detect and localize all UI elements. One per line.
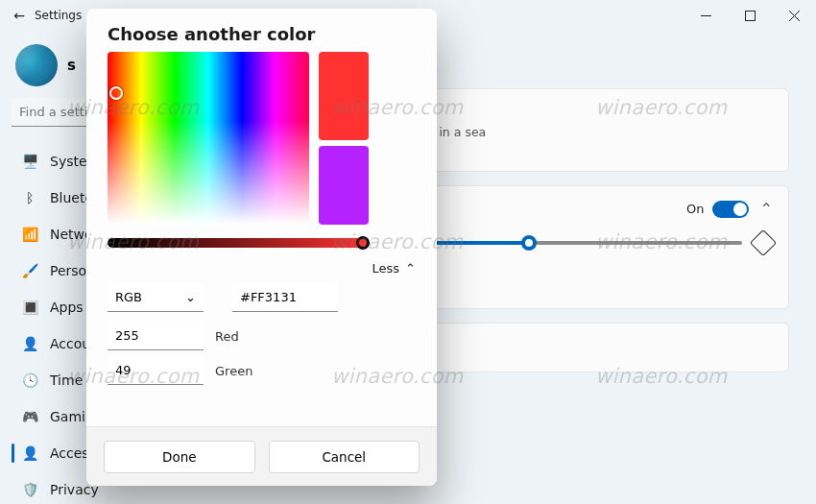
less-toggle[interactable]: Less ⌃ bbox=[108, 261, 416, 276]
color-preview-previous bbox=[319, 146, 369, 225]
sidebar-icon: 📶 bbox=[21, 226, 38, 243]
sidebar-item-label: Apps bbox=[50, 300, 84, 315]
value-slider-thumb[interactable] bbox=[356, 236, 370, 250]
sidebar-icon: 👤 bbox=[21, 335, 38, 352]
color-preview-current bbox=[319, 52, 369, 140]
chevron-up-icon: ⌃ bbox=[405, 261, 416, 276]
color-mode-value: RGB bbox=[115, 290, 142, 304]
slider-thumb[interactable] bbox=[521, 235, 537, 251]
svg-rect-1 bbox=[745, 11, 755, 20]
app-title: Settings bbox=[35, 9, 82, 22]
minimize-button[interactable] bbox=[684, 0, 728, 31]
back-icon[interactable]: ← bbox=[8, 8, 31, 23]
sidebar-icon: ᛒ bbox=[21, 189, 38, 206]
color-picker-modal: Choose another color Less ⌃ RGB ⌄ RedGre… bbox=[86, 9, 437, 486]
value-slider[interactable] bbox=[108, 238, 367, 248]
sidebar-icon: 🔳 bbox=[21, 299, 38, 316]
channel-input-red[interactable] bbox=[108, 322, 204, 350]
sidebar-icon: 👤 bbox=[21, 444, 38, 462]
avatar bbox=[15, 44, 58, 86]
modal-title: Choose another color bbox=[86, 9, 437, 52]
channel-label: Red bbox=[215, 329, 239, 344]
channel-input-green[interactable] bbox=[108, 356, 204, 385]
sidebar-icon: 🖌️ bbox=[21, 262, 38, 279]
channel-label: Green bbox=[215, 364, 252, 378]
maximize-button[interactable] bbox=[728, 0, 772, 31]
sidebar-icon: 🕓 bbox=[21, 372, 38, 389]
indicator-toggle[interactable] bbox=[712, 201, 749, 218]
gradient-cursor[interactable] bbox=[109, 86, 123, 100]
hex-input[interactable] bbox=[232, 283, 338, 312]
diamond-icon-large bbox=[750, 229, 777, 256]
less-label: Less bbox=[372, 261, 400, 276]
sidebar-icon: 🛡️ bbox=[21, 481, 38, 498]
sidebar-icon: 🎮 bbox=[21, 408, 38, 425]
cancel-button[interactable]: Cancel bbox=[269, 441, 420, 473]
close-button[interactable] bbox=[772, 0, 816, 31]
toggle-state: On bbox=[686, 202, 704, 216]
done-button[interactable]: Done bbox=[104, 441, 255, 473]
chevron-up-icon[interactable]: ⌃ bbox=[760, 200, 773, 218]
profile-name: s bbox=[67, 57, 76, 74]
sidebar-icon: 🖥️ bbox=[21, 153, 38, 170]
color-mode-select[interactable]: RGB ⌄ bbox=[108, 283, 204, 312]
chevron-down-icon: ⌄ bbox=[185, 290, 196, 304]
color-gradient[interactable] bbox=[108, 52, 309, 225]
